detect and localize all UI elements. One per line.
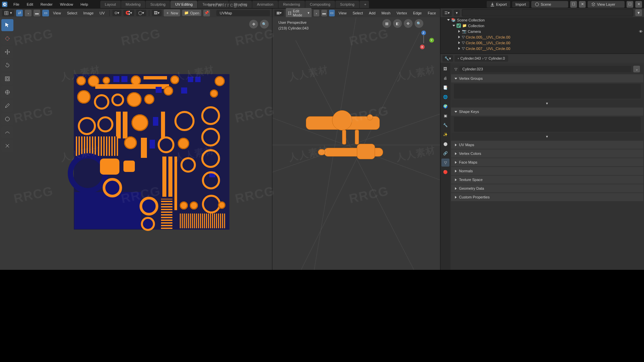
vp-sel-edge-icon[interactable]: ▬: [321, 10, 327, 16]
uv-sel-edge-icon[interactable]: ▬: [34, 10, 40, 16]
panel-texture-space[interactable]: Texture Space: [451, 176, 643, 184]
uv-menu-uv[interactable]: UV: [98, 10, 107, 16]
viewlayer-del-icon[interactable]: ✕: [635, 1, 642, 8]
tab-uv-editing[interactable]: UV Editing: [170, 1, 197, 8]
tool-pinch[interactable]: [1, 140, 13, 152]
data-block-row[interactable]: ▽ Cylinder.023 ⌄: [451, 64, 643, 74]
tab-animation[interactable]: Animation: [252, 1, 278, 8]
panel-uv-maps[interactable]: UV Maps: [451, 141, 643, 149]
vp-menu-face[interactable]: Face: [426, 10, 438, 16]
vp-canvas[interactable]: User Perspective (219) Cylinder.043 ▦ ◧ …: [272, 17, 440, 355]
props-type-icon[interactable]: 🔧▾: [442, 55, 453, 62]
tab-modeling[interactable]: Modeling: [121, 1, 146, 8]
scene-del-icon[interactable]: ✕: [579, 1, 586, 8]
uv-sync-select-icon[interactable]: ⇄: [16, 10, 23, 16]
uv-snap-icon[interactable]: 🧲▾: [123, 10, 134, 16]
tool-relax[interactable]: [1, 126, 13, 138]
uv-pin-icon[interactable]: 📌: [203, 10, 210, 16]
ptab-scene-icon[interactable]: 🌐: [441, 93, 449, 101]
vp-menu-mesh[interactable]: Mesh: [379, 10, 392, 16]
mesh-browse-icon[interactable]: ⌄: [633, 66, 640, 72]
tool-rotate[interactable]: [1, 59, 13, 71]
uv-menu-image[interactable]: Image: [81, 10, 96, 16]
uvmap-field[interactable]: UVMap: [216, 10, 270, 16]
uv-new-button[interactable]: ＋New: [164, 9, 180, 16]
outliner-filter-icon[interactable]: ▼: [635, 9, 642, 16]
ptab-constraint-icon[interactable]: 🔗: [441, 149, 449, 157]
tool-transform[interactable]: [1, 86, 13, 98]
scene-selector[interactable]: Scene: [531, 1, 568, 8]
ptab-modifier-icon[interactable]: 🔧: [441, 121, 449, 129]
vp-menu-edge[interactable]: Edge: [411, 10, 424, 16]
ptab-render-icon[interactable]: 🖼: [441, 65, 449, 73]
vg-list[interactable]: [454, 84, 641, 99]
vp-cam-icon[interactable]: ▦: [382, 19, 391, 28]
panel-custom-props[interactable]: Custom Properties: [451, 193, 643, 201]
uv-open-button[interactable]: 📁Open: [182, 10, 201, 16]
outliner-item-1[interactable]: ▽ Circle.005__UVL_Circle.00: [440, 34, 644, 40]
uv-image-picker-icon[interactable]: 🖼▾: [152, 10, 162, 16]
vp-sel-vert-icon[interactable]: ⬩: [314, 10, 319, 16]
tool-cursor[interactable]: [1, 33, 13, 45]
panel-normals[interactable]: Normals: [451, 167, 643, 175]
uv-zoom-icon[interactable]: 🔍: [260, 20, 269, 28]
uv-sel-vert-icon[interactable]: ⬩: [25, 10, 32, 16]
vp-pan-icon[interactable]: ✥: [404, 19, 413, 28]
uv-canvas[interactable]: ✥ 🔍: [0, 17, 272, 355]
tab-shading[interactable]: Shading: [229, 1, 252, 8]
vp-menu-add[interactable]: Add: [367, 10, 378, 16]
panel-vertex-colors[interactable]: Vertex Colors: [451, 149, 643, 158]
vp-menu-view[interactable]: View: [337, 10, 349, 16]
vp-menu-select[interactable]: Select: [351, 10, 365, 16]
panel-face-maps[interactable]: Face Maps: [451, 158, 643, 166]
menu-edit[interactable]: Edit: [23, 1, 37, 8]
menu-window[interactable]: Window: [57, 1, 76, 8]
ptab-physics-icon[interactable]: ⬤: [441, 140, 449, 148]
mesh-name-field[interactable]: Cylinder.023: [459, 66, 631, 72]
ptab-world-icon[interactable]: 🌍: [441, 102, 449, 110]
vp-sel-face-icon[interactable]: ▭: [329, 10, 335, 16]
sk-list[interactable]: [454, 117, 641, 132]
outliner-root[interactable]: 📚 Scene Collection: [440, 17, 644, 23]
tool-scale[interactable]: [1, 73, 13, 85]
tab-sculpting[interactable]: Sculpting: [146, 1, 170, 8]
menu-file[interactable]: File: [10, 1, 23, 8]
menu-render[interactable]: Render: [37, 1, 56, 8]
vp-persp-icon[interactable]: ◧: [393, 19, 402, 28]
outliner-item-2[interactable]: ▽ Circle.006__UVL_Circle.00: [440, 40, 644, 46]
uv-propedit-icon[interactable]: ◯▾: [136, 10, 146, 16]
ptab-output-icon[interactable]: 🖨: [441, 74, 449, 82]
outliner-displaymode-icon[interactable]: ▾: [454, 10, 460, 16]
viewlayer-new-icon[interactable]: ☐: [627, 1, 633, 8]
uv-pan-icon[interactable]: ✥: [249, 20, 258, 28]
outliner-item-3[interactable]: ▽ Circle.007__UVL_Circle.00: [440, 46, 644, 51]
vg-dropdown[interactable]: ▾: [451, 100, 643, 107]
tab-add[interactable]: +: [360, 1, 369, 8]
props-panels[interactable]: ▽ Cylinder.023 ⌄ Vertex Groups ＋ ▾ Shape…: [450, 63, 644, 355]
uv-menu-view[interactable]: View: [51, 10, 63, 16]
tab-compositing[interactable]: Compositing: [305, 1, 335, 8]
outliner-collection[interactable]: 📁 Collection: [440, 23, 644, 28]
breadcrumb[interactable]: ▫ Cylinder.043 › ▽ Cylinder.0: [454, 55, 508, 62]
uv-pivot-icon[interactable]: ⊙▾: [112, 10, 121, 16]
import-button[interactable]: Import: [512, 1, 529, 7]
ptab-object-icon[interactable]: ▣: [441, 112, 449, 120]
tool-select-box[interactable]: [1, 19, 13, 31]
outliner-item-camera[interactable]: 📷 Camera👁: [440, 28, 644, 34]
tab-texture-paint[interactable]: Texture Paint: [198, 1, 228, 8]
tool-grab[interactable]: [1, 113, 13, 125]
uv-sel-face-icon[interactable]: ▭: [42, 10, 49, 16]
vp-menu-vertex[interactable]: Vertex: [394, 10, 409, 16]
uv-editor-type-icon[interactable]: ▾: [2, 10, 14, 16]
tab-rendering[interactable]: Rendering: [278, 1, 305, 8]
outliner-search[interactable]: [462, 9, 633, 16]
ptab-viewlayer-icon[interactable]: 📑: [441, 83, 449, 92]
viewlayer-selector[interactable]: View Layer: [588, 1, 625, 8]
panel-shape-keys[interactable]: Shape Keys: [451, 108, 643, 116]
menu-help[interactable]: Help: [77, 1, 92, 8]
uv-menu-select[interactable]: Select: [65, 10, 79, 16]
tab-layout[interactable]: Layout: [100, 1, 121, 8]
ptab-particles-icon[interactable]: ✨: [441, 130, 449, 138]
ptab-data-icon[interactable]: ▽: [441, 159, 449, 167]
nav-gizmo[interactable]: ZYX: [414, 31, 434, 51]
